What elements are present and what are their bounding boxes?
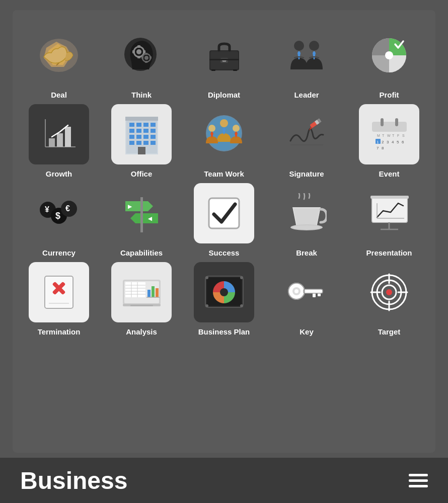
svg-rect-48	[129, 135, 134, 139]
svg-rect-25	[211, 69, 215, 71]
icon-item-key[interactable]: Key	[270, 262, 343, 336]
termination-label: Termination	[38, 327, 81, 336]
svg-rect-37	[65, 127, 71, 147]
icon-item-capabilities[interactable]: ▶ ◀ Capabilities	[105, 183, 178, 257]
svg-rect-50	[143, 135, 148, 139]
svg-point-28	[309, 41, 319, 51]
icon-box-event: M T W T F S 1 2 3 4 5 6 7 8	[359, 104, 419, 164]
icon-box-think	[111, 25, 172, 86]
icon-item-currency[interactable]: ¥ $ € Currency	[23, 183, 95, 257]
profit-icon	[369, 35, 409, 75]
icon-box-key	[276, 262, 337, 322]
svg-marker-98	[130, 213, 158, 223]
icon-item-termination[interactable]: Termination	[23, 262, 95, 336]
svg-rect-44	[129, 129, 134, 133]
think-label: Think	[131, 91, 152, 99]
svg-rect-72	[372, 122, 407, 132]
icon-item-teamwork[interactable]: Team Work	[188, 104, 260, 178]
svg-point-62	[208, 125, 215, 132]
businessplan-label: Business Plan	[198, 327, 250, 336]
svg-text:7: 7	[377, 146, 379, 150]
svg-rect-26	[233, 69, 237, 71]
icon-item-deal[interactable]: Deal	[23, 25, 95, 99]
svg-text:T: T	[392, 134, 395, 137]
target-icon	[369, 272, 409, 312]
signature-label: Signature	[289, 170, 324, 178]
hamburger-line-1	[409, 474, 428, 476]
svg-point-136	[240, 276, 243, 279]
svg-rect-49	[136, 135, 141, 139]
svg-rect-47	[151, 129, 156, 133]
icon-box-teamwork	[194, 104, 254, 164]
icon-item-signature[interactable]: Signature	[270, 104, 343, 178]
key-icon	[286, 277, 327, 307]
leader-label: Leader	[294, 91, 319, 99]
svg-text:T: T	[382, 134, 385, 137]
svg-text:M: M	[377, 134, 380, 137]
profit-label: Profit	[379, 91, 399, 99]
presentation-label: Presentation	[366, 248, 412, 257]
icon-item-profit[interactable]: Profit	[353, 25, 425, 99]
leader-icon	[286, 37, 327, 74]
icon-item-analysis[interactable]: Analysis	[105, 262, 178, 336]
svg-rect-110	[370, 196, 409, 199]
svg-rect-73	[381, 118, 384, 126]
svg-rect-53	[136, 141, 141, 145]
svg-point-32	[385, 51, 393, 59]
icon-item-office[interactable]: Office	[105, 104, 178, 178]
svg-point-14	[144, 56, 148, 60]
svg-rect-54	[143, 141, 148, 145]
svg-text:6: 6	[402, 140, 404, 144]
svg-text:€: €	[65, 204, 70, 213]
icon-item-leader[interactable]: Leader	[270, 25, 343, 99]
svg-rect-11	[132, 50, 135, 53]
hamburger-menu[interactable]	[409, 474, 428, 487]
icon-item-event[interactable]: M T W T F S 1 2 3 4 5 6 7 8	[353, 104, 425, 178]
svg-rect-36	[57, 133, 63, 147]
think-icon	[121, 37, 162, 74]
svg-point-8	[136, 49, 141, 54]
office-label: Office	[131, 170, 153, 178]
icon-item-target[interactable]: Target	[353, 262, 425, 336]
icon-box-success	[194, 183, 254, 243]
svg-point-154	[386, 289, 392, 295]
svg-point-135	[205, 276, 208, 279]
event-icon: M T W T F S 1 2 3 4 5 6 7 8	[368, 114, 411, 154]
icon-item-think[interactable]: Think	[105, 25, 178, 99]
svg-rect-43	[151, 123, 156, 127]
svg-point-64	[233, 125, 240, 132]
icon-item-presentation[interactable]: Presentation	[353, 183, 425, 257]
success-label: Success	[209, 248, 240, 257]
svg-text:$: $	[55, 211, 60, 221]
hamburger-line-3	[409, 485, 428, 487]
icon-box-analysis	[111, 262, 172, 322]
target-label: Target	[378, 327, 401, 336]
svg-text:4: 4	[392, 140, 394, 144]
icon-item-diplomat[interactable]: Diplomat	[188, 25, 260, 99]
icon-item-success[interactable]: Success	[188, 183, 260, 257]
termination-icon	[39, 272, 79, 312]
svg-text:1: 1	[377, 140, 379, 144]
svg-text:W: W	[387, 134, 391, 137]
svg-rect-18	[150, 56, 152, 59]
icon-item-growth[interactable]: Growth	[23, 104, 95, 178]
svg-text:F: F	[397, 134, 399, 137]
key-label: Key	[300, 327, 314, 336]
svg-rect-55	[151, 141, 156, 145]
svg-rect-46	[143, 129, 148, 133]
svg-rect-144	[318, 293, 321, 296]
footer-bar: Business	[0, 458, 448, 503]
svg-point-138	[240, 304, 243, 307]
svg-rect-35	[49, 138, 55, 147]
icon-box-businessplan	[194, 262, 254, 322]
icon-item-businessplan[interactable]: Business Plan	[188, 262, 260, 336]
icon-box-termination	[29, 262, 89, 322]
svg-text:8: 8	[382, 146, 384, 150]
svg-text:◀: ◀	[147, 216, 153, 221]
teamwork-label: Team Work	[204, 170, 244, 178]
icon-item-break[interactable]: Break	[270, 183, 343, 257]
svg-point-27	[294, 41, 304, 51]
svg-rect-142	[304, 289, 323, 293]
break-icon	[286, 193, 327, 233]
icon-box-currency: ¥ $ €	[29, 183, 89, 243]
